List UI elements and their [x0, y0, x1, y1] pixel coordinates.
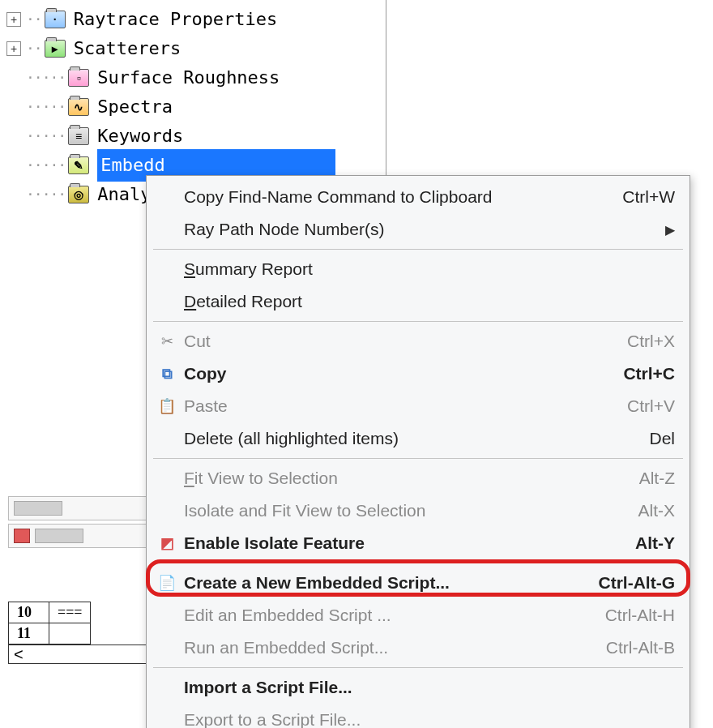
menu-separator	[153, 321, 683, 322]
tree-label: Surface Roughness	[97, 63, 280, 92]
horizontal-scrollbar[interactable]: <	[8, 644, 154, 664]
folder-icon: ▸	[45, 40, 66, 58]
script-icon: 📄	[155, 574, 179, 592]
menu-label: Detailed Report	[184, 292, 675, 311]
submenu-arrow-icon: ▶	[665, 222, 675, 238]
tree-connector: ·····	[26, 125, 66, 148]
menu-paste: 📋 Paste Ctrl+V	[148, 390, 688, 422]
menu-hotkey: Ctrl-Alt-G	[599, 573, 675, 593]
panel-bar[interactable]	[8, 496, 154, 520]
grid-table[interactable]: 10 === 11	[8, 602, 91, 644]
menu-run-embedded-script: Run an Embedded Script... Ctrl-Alt-B	[148, 632, 688, 664]
folder-icon: ▫	[68, 69, 89, 87]
table-row: 10 ===	[9, 602, 91, 623]
menu-summary-report[interactable]: Summary Report	[148, 253, 688, 285]
tree-label: Raytrace Properties	[74, 5, 278, 33]
lower-panel: 10 === 11 <	[8, 493, 154, 664]
row-number: 11	[9, 623, 49, 644]
menu-hotkey: Alt-Y	[635, 533, 675, 553]
tree-label: Keywords	[97, 122, 183, 150]
menu-hotkey: Ctrl+X	[627, 332, 675, 351]
cut-icon: ✂	[155, 332, 179, 350]
menu-import-script-file[interactable]: Import a Script File...	[148, 671, 688, 704]
menu-copy[interactable]: ⧉ Copy Ctrl+C	[148, 358, 688, 390]
tree-item-raytrace-properties[interactable]: + ·· · Raytrace Properties	[0, 5, 713, 34]
menu-label: Delete (all highlighted items)	[184, 429, 633, 448]
menu-label: Ray Path Node Number(s)	[184, 220, 665, 239]
tree-item-keywords[interactable]: ····· ≡ Keywords	[0, 122, 713, 151]
flag-icon	[14, 529, 30, 543]
menu-label: Copy	[184, 364, 607, 383]
expand-icon[interactable]: +	[6, 41, 21, 56]
tree-connector: ··	[26, 37, 42, 61]
tree-label: Spectra	[97, 92, 173, 121]
menu-copy-find-name[interactable]: Copy Find-Name Command to Clipboard Ctrl…	[148, 181, 688, 213]
folder-icon: ◎	[68, 186, 89, 203]
folder-icon: ∿	[68, 98, 89, 116]
menu-label: Enable Isolate Feature	[184, 533, 619, 553]
tree-label: Scatterers	[74, 34, 181, 62]
panel-bar[interactable]	[8, 524, 154, 548]
menu-cut: ✂ Cut Ctrl+X	[148, 325, 688, 358]
menu-label: Run an Embedded Script...	[184, 638, 590, 657]
row-value[interactable]	[49, 623, 91, 644]
menu-isolate-fit-view: Isolate and Fit View to Selection Alt-X	[148, 495, 688, 527]
tree-item-scatterers[interactable]: + ·· ▸ Scatterers	[0, 34, 713, 63]
menu-export-script-file: Export to a Script File...	[148, 704, 688, 728]
row-value[interactable]: ===	[49, 602, 91, 623]
menu-label: Edit an Embedded Script ...	[184, 606, 589, 625]
scroll-left-icon[interactable]: <	[14, 645, 23, 664]
tree-item-surface-roughness[interactable]: ····· ▫ Surface Roughness	[0, 63, 713, 92]
menu-hotkey: Ctrl+C	[623, 364, 675, 383]
table-row: 11	[9, 623, 91, 644]
menu-label: Summary Report	[184, 259, 675, 279]
menu-separator	[153, 563, 683, 563]
menu-separator	[153, 667, 683, 668]
tree-connector: ·····	[26, 183, 66, 207]
menu-label: Copy Find-Name Command to Clipboard	[184, 187, 606, 207]
menu-hotkey: Ctrl+V	[627, 396, 675, 416]
menu-label: Cut	[184, 332, 611, 351]
expand-icon[interactable]: +	[6, 12, 21, 27]
menu-separator	[153, 249, 683, 250]
tree-item-spectra[interactable]: ····· ∿ Spectra	[0, 92, 713, 122]
tree-connector: ·····	[26, 96, 66, 119]
menu-hotkey: Ctrl-Alt-B	[606, 638, 675, 657]
menu-fit-view: Fit View to Selection Alt-Z	[148, 462, 688, 495]
menu-label: Isolate and Fit View to Selection	[184, 501, 621, 520]
menu-ray-path-node-numbers[interactable]: Ray Path Node Number(s) ▶	[148, 213, 688, 246]
tree-connector: ·····	[26, 154, 66, 178]
folder-icon: ≡	[68, 127, 89, 145]
paste-icon: 📋	[155, 397, 179, 415]
folder-icon: ✎	[68, 156, 89, 174]
menu-separator	[153, 458, 683, 459]
menu-detailed-report[interactable]: Detailed Report	[148, 285, 688, 318]
menu-edit-embedded-script: Edit an Embedded Script ... Ctrl-Alt-H	[148, 599, 688, 632]
menu-label: Fit View to Selection	[184, 469, 623, 488]
context-menu: Copy Find-Name Command to Clipboard Ctrl…	[146, 175, 690, 728]
menu-create-embedded-script[interactable]: 📄 Create a New Embedded Script... Ctrl-A…	[148, 567, 688, 599]
tree-connector: ·····	[26, 66, 66, 90]
row-number: 10	[9, 602, 49, 623]
folder-icon: ·	[45, 11, 66, 28]
menu-delete-highlighted[interactable]: Delete (all highlighted items) Del	[148, 422, 688, 455]
menu-label: Export to a Script File...	[184, 710, 675, 728]
menu-hotkey: Del	[649, 429, 675, 448]
menu-hotkey: Ctrl-Alt-H	[605, 606, 675, 625]
menu-label: Import a Script File...	[184, 678, 675, 697]
menu-hotkey: Alt-Z	[639, 469, 675, 488]
menu-label: Paste	[184, 396, 611, 416]
isolate-icon: ◩	[155, 534, 179, 552]
copy-icon: ⧉	[155, 366, 179, 383]
menu-enable-isolate[interactable]: ◩ Enable Isolate Feature Alt-Y	[148, 527, 688, 559]
menu-hotkey: Alt-X	[638, 501, 675, 520]
tree-connector: ··	[26, 8, 42, 32]
menu-hotkey: Ctrl+W	[622, 187, 675, 207]
menu-label: Create a New Embedded Script...	[184, 573, 583, 593]
